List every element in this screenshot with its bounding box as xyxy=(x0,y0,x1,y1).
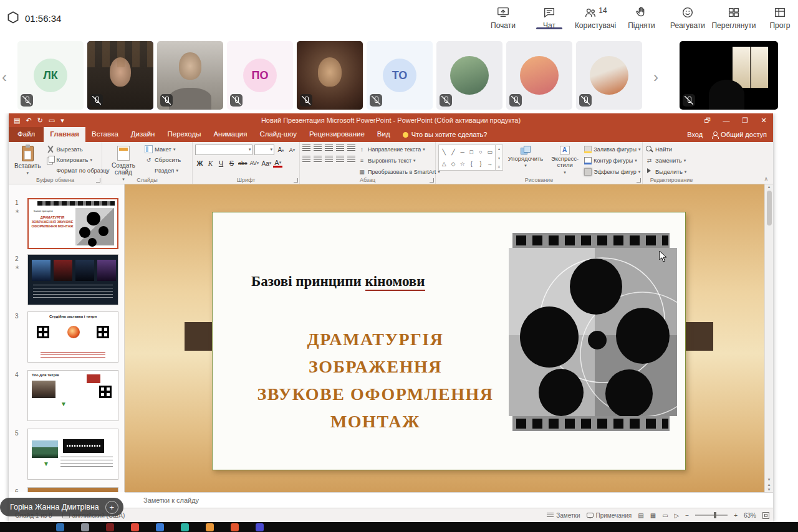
participant-tile-video-1[interactable] xyxy=(87,41,153,110)
shape-icon[interactable]: → xyxy=(487,161,493,167)
shape-icon[interactable]: △ xyxy=(442,161,446,167)
vertical-scrollbar[interactable]: ▴ ▾ ▴ ▾ xyxy=(764,184,773,492)
dock-app-icon[interactable] xyxy=(106,523,114,531)
slide-sorter-view-icon[interactable]: ▦ xyxy=(650,512,656,519)
strip-scroll-right-icon[interactable]: › xyxy=(653,69,658,86)
share-button[interactable]: Общий доступ xyxy=(711,131,767,138)
view-button[interactable]: Переглянути xyxy=(711,3,757,30)
dock-app-icon[interactable] xyxy=(131,523,139,531)
shape-outline-button[interactable]: Контур фигуры ▾ xyxy=(584,156,640,165)
notes-toggle-button[interactable]: Заметки xyxy=(547,512,580,519)
comments-toggle-button[interactable]: Примечания xyxy=(587,512,632,519)
text-direction-button[interactable]: ↕ Направление текста ▾ xyxy=(358,145,440,154)
zoom-slider-thumb[interactable] xyxy=(714,512,716,518)
ppt-title-bar[interactable]: ▤ ↶ ↻ ▭ ▾ Новий Презентация Microsoft Po… xyxy=(9,113,773,127)
layout-button[interactable]: Макет ▾ xyxy=(145,145,181,154)
tab-animations[interactable]: Анимация xyxy=(207,127,253,142)
scroll-up-icon[interactable]: ▴ xyxy=(768,184,771,189)
text-shadow-button[interactable]: abc xyxy=(238,158,248,168)
participant-tile-avatar-1[interactable] xyxy=(436,41,502,110)
copy-button[interactable]: Копировать ▾ xyxy=(46,155,109,164)
justify-icon[interactable] xyxy=(336,156,344,162)
participants-button[interactable]: 14 Користувачі xyxy=(572,3,618,30)
grow-font-button[interactable]: А▴ xyxy=(276,145,286,155)
format-painter-button[interactable]: Формат по образцу xyxy=(46,166,109,175)
collapse-ribbon-icon[interactable]: ∧ xyxy=(764,176,768,182)
restore-button[interactable]: ❐ xyxy=(736,116,754,125)
find-button[interactable]: Найти xyxy=(645,145,686,154)
redo-icon[interactable]: ↻ xyxy=(37,116,43,125)
dock-app-icon[interactable] xyxy=(181,523,189,531)
zoom-out-icon[interactable]: − xyxy=(685,512,689,519)
tab-transitions[interactable]: Переходы xyxy=(161,127,207,142)
chat-button[interactable]: Чат xyxy=(526,3,572,30)
shape-icon[interactable]: } xyxy=(479,161,481,167)
align-left-icon[interactable] xyxy=(302,156,310,162)
shape-icon[interactable]: □ xyxy=(470,149,473,155)
select-button[interactable]: Выделить ▾ xyxy=(645,167,686,176)
dock-app-icon[interactable] xyxy=(256,523,264,531)
dock-app-icon[interactable] xyxy=(206,523,214,531)
character-spacing-button[interactable]: AV▾ xyxy=(249,158,260,168)
dock[interactable] xyxy=(0,522,798,532)
dock-app-icon[interactable] xyxy=(56,523,64,531)
underline-button[interactable]: Ч xyxy=(216,158,226,168)
dialog-launcher-icon[interactable] xyxy=(96,178,100,183)
sign-in-button[interactable]: Вход xyxy=(687,131,703,138)
participant-tile-avatar-2[interactable] xyxy=(506,41,572,110)
decrease-indent-icon[interactable] xyxy=(325,145,333,151)
share-screen-button[interactable]: Почати xyxy=(480,3,526,30)
qat-customize-icon[interactable]: ▾ xyxy=(60,116,64,125)
font-color-button[interactable]: А▾ xyxy=(273,159,282,168)
undo-icon[interactable]: ↶ xyxy=(26,116,31,125)
shape-icon[interactable]: ╲ xyxy=(443,149,446,155)
replace-button[interactable]: ⇄ Заменить ▾ xyxy=(645,156,686,165)
normal-view-icon[interactable]: ▤ xyxy=(638,512,643,519)
dialog-launcher-icon[interactable] xyxy=(430,178,434,183)
align-center-icon[interactable] xyxy=(314,156,322,162)
dock-app-icon[interactable] xyxy=(156,523,164,531)
participant-tile-avatar-3[interactable] xyxy=(576,41,642,110)
font-size-combo[interactable] xyxy=(254,145,274,155)
slide-thumbnail-1[interactable]: Базові принципи ДРАМАТУРГІЯ ЗОБРАЖЕННЯ З… xyxy=(27,198,118,249)
presenter-display-icon[interactable]: 🗗 xyxy=(698,116,717,125)
dock-app-icon[interactable] xyxy=(81,523,89,531)
align-right-icon[interactable] xyxy=(325,156,333,162)
convert-smartart-button[interactable]: ▦ Преобразовать в SmartArt ▾ xyxy=(358,167,440,176)
shape-icon[interactable]: ○ xyxy=(479,149,482,155)
tab-review[interactable]: Рецензирование xyxy=(303,127,371,142)
bold-button[interactable]: Ж xyxy=(195,158,204,168)
strip-scroll-left-icon[interactable]: ‹ xyxy=(2,69,7,86)
tab-insert[interactable]: Вставка xyxy=(85,127,125,142)
participant-tile-video-2[interactable] xyxy=(157,41,223,110)
react-button[interactable]: Реагувати xyxy=(665,3,711,30)
scrollbar-thumb[interactable] xyxy=(767,191,772,226)
shape-icon[interactable]: ◇ xyxy=(451,161,456,167)
shape-icon[interactable]: ─ xyxy=(460,149,464,155)
italic-button[interactable]: К xyxy=(206,158,215,168)
current-slide[interactable]: Базові принципи кіномови ДРАМАТУРГІЯ ЗОБ… xyxy=(212,212,686,470)
reset-button[interactable]: ↺ Сбросить xyxy=(145,155,181,164)
slide-thumbnail-3[interactable]: Студійна заставка і титри xyxy=(27,311,118,363)
participant-tile-po[interactable]: ПО xyxy=(227,41,293,110)
participant-tile-spotlight[interactable] xyxy=(680,41,778,110)
fit-to-window-icon[interactable] xyxy=(762,512,769,519)
shape-icon[interactable]: ▭ xyxy=(487,149,493,155)
presenter-name-pill[interactable]: Горіна Жанна Дмитрівна + xyxy=(0,498,123,516)
chevron-down-icon[interactable]: ▾ xyxy=(498,156,500,160)
arrange-button[interactable]: Упорядочить ▾ xyxy=(506,145,546,169)
quick-styles-button[interactable]: Экспресс-стили ▾ xyxy=(548,145,582,176)
zoom-slider[interactable] xyxy=(695,515,728,516)
shrink-font-button[interactable]: А▾ xyxy=(287,145,297,155)
minimize-button[interactable]: — xyxy=(717,116,736,125)
shape-icon[interactable]: ☆ xyxy=(460,161,465,167)
shape-fill-button[interactable]: Заливка фигуры ▾ xyxy=(584,145,640,154)
slide-thumbnail-2[interactable] xyxy=(27,254,118,305)
chevron-up-icon[interactable]: ▴ xyxy=(498,146,500,151)
dialog-launcher-icon[interactable] xyxy=(294,178,298,183)
cut-button[interactable]: Вырезать xyxy=(46,145,109,154)
line-spacing-icon[interactable] xyxy=(347,145,355,151)
slide-editor-canvas[interactable]: Базові принципи кіномови ДРАМАТУРГІЯ ЗОБ… xyxy=(125,184,764,492)
participant-tile-lk[interactable]: ЛК xyxy=(17,41,84,110)
scroll-down-icon[interactable]: ▾ xyxy=(768,477,771,482)
